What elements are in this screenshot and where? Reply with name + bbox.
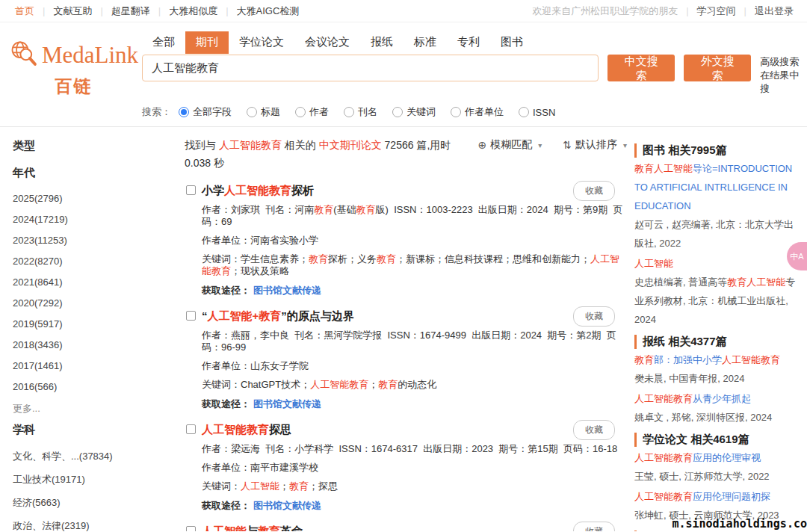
- search-input[interactable]: [142, 55, 599, 81]
- field-radio-ISSN[interactable]: ISSN: [519, 107, 555, 118]
- filter-item[interactable]: 经济(5663): [13, 496, 176, 510]
- tab-期刊[interactable]: 期刊: [185, 31, 229, 54]
- topbar-link-3[interactable]: 超星翻译: [111, 4, 150, 18]
- filter-item[interactable]: 2016(566): [13, 381, 176, 392]
- related-item-title[interactable]: 人工智能教育应用伦理问题初探: [634, 487, 803, 506]
- filter-item[interactable]: 2024(17219): [13, 214, 176, 225]
- separator: |: [686, 5, 688, 16]
- result-checkbox[interactable]: [186, 526, 196, 531]
- result-title[interactable]: 人工智能教育探思: [202, 422, 627, 436]
- highlighted-text: 人工智能: [202, 525, 247, 531]
- filter-item[interactable]: 2020(7292): [13, 297, 176, 309]
- filter-item[interactable]: 工业技术(19171): [13, 473, 176, 486]
- access-label: 获取途径：: [202, 500, 250, 511]
- result-checkbox[interactable]: [186, 311, 196, 321]
- advanced-search-link[interactable]: 高级搜索: [760, 55, 807, 69]
- result-item: “人工智能+教育”的原点与边界作者：燕丽，李中良 刊名：黑河学院学报 ISSN：…: [185, 309, 627, 411]
- related-sidebar: 图书 相关7995篇教育人工智能导论=INTRODUCTION TO ARTIF…: [631, 127, 807, 531]
- library-delivery-link[interactable]: 图书馆文献传递: [253, 398, 321, 409]
- field-radio-关键词[interactable]: 关键词: [392, 105, 436, 119]
- highlighted-text: 教育人工智能: [634, 163, 693, 174]
- filter-item[interactable]: 2018(3436): [13, 339, 176, 350]
- result-meta: 作者：刘家琪 刊名：河南教育(基础教育版) ISSN：1003-2223 出版日…: [202, 204, 627, 228]
- separator: |: [744, 5, 746, 16]
- highlighted-text: 人工智能+教育: [208, 309, 282, 322]
- search-in-results-link[interactable]: 在结果中搜: [760, 69, 807, 96]
- result-checkbox[interactable]: [186, 185, 196, 195]
- access-label: 获取途径：: [202, 285, 250, 296]
- tab-报纸[interactable]: 报纸: [360, 31, 404, 54]
- logo-subtitle: 百链: [12, 75, 135, 98]
- highlighted-text: 人工智能教育: [202, 253, 619, 276]
- field-radio-标题[interactable]: 标题: [247, 105, 280, 119]
- site-logo[interactable]: MedaLink 百链: [12, 39, 135, 98]
- field-radio-刊名[interactable]: 刊名: [344, 105, 377, 119]
- filter-item[interactable]: 2022(8270): [13, 256, 176, 267]
- library-delivery-link[interactable]: 图书馆文献传递: [253, 500, 321, 511]
- radio-icon: [519, 107, 529, 117]
- watermark: m.sinodiaholdings.co: [672, 517, 807, 531]
- topbar-link-5[interactable]: 大雅AIGC检测: [237, 4, 300, 18]
- favorite-button[interactable]: 收藏: [573, 522, 615, 531]
- related-item-title[interactable]: 教育部：加强中小学人工智能教育: [634, 350, 803, 369]
- result-body: 人工智能与教育革命作者：夏文斌，张若辰 刊名：石河子大学学报(哲学社会科学版) …: [202, 524, 627, 531]
- topbar-link-study-space[interactable]: 学习空间: [697, 4, 736, 18]
- tab-学位论文[interactable]: 学位论文: [229, 31, 294, 54]
- filter-more-link[interactable]: 更多...: [13, 402, 176, 415]
- topbar-link-4[interactable]: 大雅相似度: [169, 4, 217, 18]
- filter-item[interactable]: 2025(2796): [13, 193, 176, 204]
- related-item-title[interactable]: 人工智能: [634, 254, 803, 273]
- tab-专利[interactable]: 专利: [447, 31, 490, 54]
- filter-item[interactable]: 2021(8641): [13, 276, 176, 288]
- field-radio-作者[interactable]: 作者: [295, 105, 329, 119]
- search-header: MedaLink 百链 全部期刊学位论文会议论文报纸标准专利图书 中文搜索 外文…: [0, 22, 807, 126]
- result-keywords: 关键词：人工智能；教育；探思: [202, 480, 627, 492]
- filter-item[interactable]: 2017(1461): [13, 360, 176, 371]
- favorite-button[interactable]: 收藏: [573, 420, 615, 440]
- result-title[interactable]: 小学人工智能教育探析: [202, 183, 627, 197]
- result-item: 小学人工智能教育探析作者：刘家琪 刊名：河南教育(基础教育版) ISSN：100…: [185, 183, 627, 297]
- fuzzy-match-dropdown[interactable]: ⊕ 模糊匹配 ▾: [477, 138, 542, 152]
- tab-图书[interactable]: 图书: [490, 31, 534, 54]
- topbar-link-1[interactable]: 首页: [15, 4, 34, 18]
- globe-magnifier-icon: [9, 39, 40, 72]
- filter-item[interactable]: 2019(5917): [13, 318, 176, 330]
- results-header: 找到与 人工智能教育 相关的 中文期刊论文 72566 篇,用时 0.038 秒…: [185, 136, 627, 172]
- result-title[interactable]: 人工智能与教育革命: [202, 524, 627, 531]
- chinese-search-button[interactable]: 中文搜索: [607, 55, 675, 81]
- topbar-link-logout[interactable]: 退出登录: [755, 4, 794, 18]
- favorite-button[interactable]: 收藏: [573, 181, 615, 201]
- radio-icon: [451, 107, 461, 117]
- doc-type-tabs: 全部期刊学位论文会议论文报纸标准专利图书: [142, 31, 807, 54]
- related-item-meta: 史忠植编著, 普通高等教育人工智能专业系列教材, 北京：机械工业出版社, 202…: [634, 273, 803, 329]
- related-item-title[interactable]: 人工智能教育应用的伦理审视: [634, 448, 803, 467]
- filter-section: 类型: [13, 139, 176, 153]
- topbar-link-2[interactable]: 文献互助: [53, 4, 92, 18]
- field-radio-全部字段[interactable]: 全部字段: [179, 105, 232, 119]
- highlighted-text: 人工智能教育: [634, 491, 693, 502]
- library-delivery-link[interactable]: 图书馆文献传递: [253, 285, 321, 296]
- radio-icon: [247, 107, 257, 117]
- tab-全部[interactable]: 全部: [142, 31, 185, 54]
- result-access: 获取途径：图书馆文献传递: [202, 398, 627, 411]
- related-item-title[interactable]: 人工智能教育从青少年抓起: [634, 389, 803, 408]
- tab-会议论文[interactable]: 会议论文: [294, 31, 360, 54]
- filter-item[interactable]: 文化、科学、...(37834): [13, 450, 176, 463]
- result-checkbox[interactable]: [186, 424, 196, 434]
- results-list: 小学人工智能教育探析作者：刘家琪 刊名：河南教育(基础教育版) ISSN：100…: [185, 183, 627, 531]
- favorite-button[interactable]: 收藏: [573, 306, 615, 327]
- foreign-search-button[interactable]: 外文搜索: [684, 55, 751, 81]
- filter-item[interactable]: 政治、法律(2319): [13, 519, 176, 531]
- filter-section: 年代2025(2796)2024(17219)2023(11253)2022(8…: [13, 166, 176, 415]
- separator: |: [158, 5, 161, 16]
- highlighted-text: 教育: [378, 379, 398, 390]
- highlighted-text: 人工智能教育: [310, 379, 368, 390]
- radio-icon: [295, 107, 306, 117]
- result-author-affiliation: 作者单位：河南省实验小学: [202, 235, 627, 247]
- related-item-title[interactable]: 教育人工智能导论=INTRODUCTION TO ARTIFICIAL INTR…: [634, 159, 803, 215]
- filter-item[interactable]: 2023(11253): [13, 235, 176, 246]
- result-title[interactable]: “人工智能+教育”的原点与边界: [202, 309, 627, 323]
- field-radio-作者单位[interactable]: 作者单位: [451, 105, 504, 119]
- tab-标准[interactable]: 标准: [404, 31, 447, 54]
- sort-dropdown[interactable]: ⇅ 默认排序 ▾: [563, 138, 627, 152]
